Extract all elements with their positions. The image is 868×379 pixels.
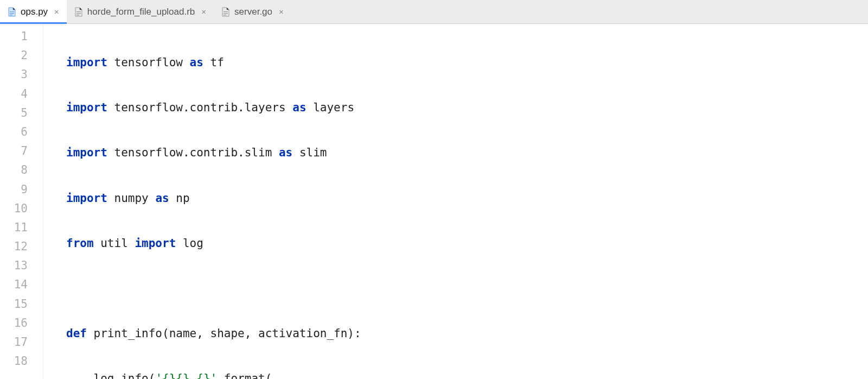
code-line: import tensorflow as tf <box>66 53 868 72</box>
line-number: 16 <box>0 314 43 333</box>
line-number: 13 <box>0 256 43 275</box>
svg-rect-5 <box>76 15 79 15</box>
line-number: 1 <box>0 27 43 46</box>
svg-rect-2 <box>10 15 12 15</box>
tab-ops-py[interactable]: ops.py × <box>0 0 67 23</box>
line-number: 11 <box>0 218 43 237</box>
code-line: from util import log <box>66 234 868 253</box>
code-line: import tensorflow.contrib.layers as laye… <box>66 98 868 117</box>
line-number: 18 <box>0 352 43 371</box>
line-number: 4 <box>0 85 43 104</box>
line-number: 9 <box>0 180 43 199</box>
tab-label: ops.py <box>21 7 48 17</box>
line-number: 2 <box>0 46 43 65</box>
svg-rect-1 <box>10 13 14 14</box>
file-icon <box>8 7 16 17</box>
line-number: 12 <box>0 237 43 256</box>
svg-rect-7 <box>224 13 228 14</box>
file-icon <box>74 7 83 17</box>
tab-server-go[interactable]: server.go × <box>214 0 291 23</box>
close-icon[interactable]: × <box>201 7 206 16</box>
code-line: log.info('{}{} {}'.format( <box>66 369 868 379</box>
line-number: 6 <box>0 123 43 142</box>
line-number: 15 <box>0 295 43 314</box>
line-number: 14 <box>0 275 43 294</box>
line-number: 5 <box>0 104 43 123</box>
tab-label: horde_form_file_upload.rb <box>87 7 195 17</box>
svg-rect-8 <box>224 15 226 15</box>
code-line: def print_info(name, shape, activation_f… <box>66 324 868 343</box>
code-line <box>66 279 868 298</box>
gutter: 123456789101112131415161718 <box>0 24 43 379</box>
tab-bar: ops.py × horde_form_file_upload.rb × ser… <box>0 0 868 24</box>
close-icon[interactable]: × <box>279 7 284 16</box>
svg-rect-4 <box>76 13 81 14</box>
code-line: import numpy as np <box>66 189 868 208</box>
line-number: 8 <box>0 161 43 180</box>
editor: 123456789101112131415161718 import tenso… <box>0 24 868 379</box>
code-line: import tensorflow.contrib.slim as slim <box>66 143 868 162</box>
tab-horde-rb[interactable]: horde_form_file_upload.rb × <box>67 0 214 23</box>
line-number: 17 <box>0 333 43 352</box>
svg-rect-0 <box>10 11 14 12</box>
line-number: 3 <box>0 65 43 84</box>
code-area[interactable]: import tensorflow as tf import tensorflo… <box>43 24 868 379</box>
svg-rect-6 <box>224 11 228 12</box>
svg-rect-3 <box>76 11 81 12</box>
tab-label: server.go <box>234 7 272 17</box>
file-icon <box>221 7 230 17</box>
line-number: 10 <box>0 199 43 218</box>
line-number: 7 <box>0 142 43 161</box>
close-icon[interactable]: × <box>54 7 59 16</box>
